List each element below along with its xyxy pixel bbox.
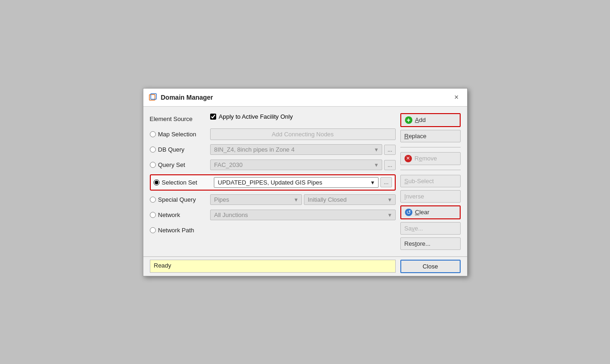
special-query-control: Pipes ▾ Initially Closed ▾: [210, 194, 396, 205]
status-text: Ready: [150, 260, 396, 273]
selection-set-label: Selection Set: [154, 179, 214, 186]
db-query-arrow: ▾: [375, 146, 378, 153]
inverse-label: Inverse: [405, 193, 424, 200]
element-source-row: Element Source Apply to Active Facility …: [150, 113, 396, 125]
selection-set-value: UPDATED_PIPES, Updated GIS Pipes: [218, 179, 322, 186]
map-selection-radio[interactable]: [150, 131, 156, 137]
element-source-label: Element Source: [150, 115, 210, 122]
restore-label: Restore...: [405, 240, 430, 247]
domain-manager-window: Domain Manager × Element Source Apply to…: [143, 88, 468, 276]
query-set-label: Query Set: [150, 161, 210, 168]
query-set-arrow: ▾: [375, 161, 378, 168]
replace-label: Replace: [405, 133, 427, 140]
remove-button[interactable]: ✕ Remove: [400, 152, 461, 165]
network-path-label: Network Path: [150, 227, 210, 234]
content-area: Element Source Apply to Active Facility …: [143, 107, 467, 256]
apply-checkbox-row: Apply to Active Facility Only: [210, 113, 396, 120]
network-radio[interactable]: [150, 212, 156, 218]
special-query-arrow2: ▾: [388, 196, 392, 203]
remove-label: Remove: [415, 155, 437, 162]
add-button[interactable]: + Add: [400, 113, 461, 127]
main-panel: Element Source Apply to Active Facility …: [150, 113, 396, 250]
status-bar: Ready Close: [143, 256, 467, 276]
add-label: Add: [415, 116, 426, 123]
query-set-control: FAC_2030 ▾ ...: [210, 160, 396, 170]
sub-select-label: Sub-Select: [405, 178, 434, 185]
app-icon: [149, 93, 157, 102]
special-query-text: Special Query: [158, 196, 196, 203]
db-query-control: 8IN_Z4, 8inch pipes in Zone 4 ▾ ...: [210, 144, 396, 155]
special-query-label: Special Query: [150, 196, 210, 203]
title-bar: Domain Manager ×: [143, 89, 467, 107]
plus-icon: +: [405, 116, 412, 124]
save-label: Save...: [405, 225, 423, 232]
network-label: Network: [150, 211, 210, 218]
db-query-value: 8IN_Z4, 8inch pipes in Zone 4: [214, 146, 295, 153]
network-path-row: Network Path: [150, 224, 396, 236]
save-button[interactable]: Save...: [400, 222, 461, 235]
network-row: Network All Junctions ▾: [150, 209, 396, 221]
selection-set-arrow: ▾: [371, 179, 374, 186]
special-query-row: Special Query Pipes ▾ Initially Closed ▾: [150, 194, 396, 206]
network-path-text: Network Path: [158, 227, 194, 234]
selection-set-radio[interactable]: [154, 179, 160, 185]
minus-icon: ✕: [405, 155, 412, 162]
map-selection-row: Map Selection Add Connecting Nodes: [150, 128, 396, 140]
separator-2: [400, 170, 461, 170]
sidebar: + Add Replace ✕ Remove Sub-Select Invers…: [400, 113, 461, 250]
network-value: All Junctions: [214, 211, 248, 218]
db-query-label: DB Query: [150, 146, 210, 153]
separator-1: [400, 147, 461, 147]
restore-button[interactable]: Restore...: [400, 237, 461, 250]
apply-facility-checkbox[interactable]: [210, 114, 216, 120]
title-bar-left: Domain Manager: [149, 93, 213, 102]
apply-facility-control: Apply to Active Facility Only: [210, 113, 396, 125]
db-query-text: DB Query: [158, 146, 185, 153]
query-set-row: Query Set FAC_2030 ▾ ...: [150, 159, 396, 171]
selection-set-row: Selection Set UPDATED_PIPES, Updated GIS…: [150, 174, 396, 191]
query-set-ellipsis[interactable]: ...: [384, 160, 395, 170]
network-arrow: ▾: [388, 211, 392, 218]
special-query-value2: Initially Closed: [308, 196, 347, 203]
db-query-ellipsis[interactable]: ...: [384, 145, 395, 155]
special-query-radio[interactable]: [150, 197, 156, 203]
inverse-button[interactable]: Inverse: [400, 190, 461, 203]
close-window-button[interactable]: ×: [451, 92, 461, 102]
map-selection-label: Map Selection: [150, 131, 210, 138]
network-text: Network: [158, 211, 180, 218]
selection-set-text: Selection Set: [162, 179, 198, 186]
refresh-icon: ↺: [405, 209, 412, 216]
query-set-value: FAC_2030: [214, 161, 243, 168]
map-selection-control: Add Connecting Nodes: [210, 128, 396, 140]
db-query-radio[interactable]: [150, 147, 156, 153]
query-set-text: Query Set: [158, 161, 186, 168]
window-title: Domain Manager: [161, 94, 213, 101]
selection-set-ellipsis[interactable]: ...: [380, 177, 392, 187]
db-query-row: DB Query 8IN_Z4, 8inch pipes in Zone 4 ▾…: [150, 144, 396, 156]
query-set-radio[interactable]: [150, 162, 156, 168]
add-connecting-nodes-button: Add Connecting Nodes: [210, 128, 396, 140]
close-button[interactable]: Close: [400, 260, 461, 273]
apply-facility-label: Apply to Active Facility Only: [219, 113, 293, 120]
network-path-radio[interactable]: [150, 227, 156, 233]
sub-select-button[interactable]: Sub-Select: [400, 175, 461, 187]
replace-button[interactable]: Replace: [400, 130, 461, 142]
clear-button[interactable]: ↺ Clear: [400, 205, 461, 219]
special-query-arrow1: ▾: [295, 196, 298, 203]
network-control: All Junctions ▾: [210, 210, 396, 220]
map-selection-text: Map Selection: [158, 131, 196, 138]
clear-label: Clear: [415, 209, 430, 216]
selection-set-control: UPDATED_PIPES, Updated GIS Pipes ▾ ...: [214, 177, 392, 188]
special-query-value1: Pipes: [214, 196, 230, 203]
